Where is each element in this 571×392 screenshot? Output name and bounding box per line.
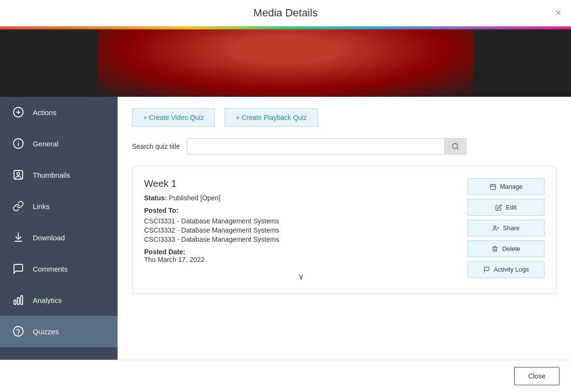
svg-point-7 [17, 172, 20, 175]
calendar-icon [490, 183, 496, 190]
search-input-wrap [187, 138, 466, 155]
manage-label: Manage [500, 183, 523, 190]
sidebar-label-comments: Comments [33, 265, 68, 273]
delete-button[interactable]: Delete [467, 240, 544, 257]
sidebar-item-links[interactable]: Links [0, 191, 118, 222]
quiz-actions: + Create Video Quiz + Create Playback Qu… [132, 108, 557, 127]
activity-logs-button[interactable]: Activity Logs [467, 261, 544, 278]
link-icon [12, 199, 25, 213]
pencil-icon [495, 204, 502, 211]
search-row: Search quiz title [132, 138, 557, 155]
download-icon [12, 231, 25, 244]
user-square-icon [12, 168, 25, 182]
quiz-course-1: CSCI3331 - Database Management Systems [144, 217, 458, 225]
status-value: Published [Open] [169, 194, 220, 202]
quiz-info: Week 1 Status: Published [Open] Posted T… [144, 178, 458, 282]
sidebar-item-actions[interactable]: Actions [0, 97, 118, 128]
info-circle-icon [12, 137, 25, 150]
quiz-status: Status: Published [Open] [144, 194, 458, 202]
search-input[interactable] [187, 138, 445, 155]
main-panel: + Create Video Quiz + Create Playback Qu… [118, 97, 571, 360]
modal-title: Media Details [253, 7, 318, 19]
share-button[interactable]: Share [467, 220, 544, 236]
search-icon [451, 143, 459, 150]
svg-point-5 [18, 141, 19, 142]
modal-footer: Close [0, 360, 571, 392]
chat-icon [12, 262, 25, 275]
svg-point-12 [18, 334, 19, 335]
sidebar-item-general[interactable]: General [0, 128, 118, 159]
sidebar-label-thumbnails: Thumbnails [33, 171, 70, 179]
flag-icon [483, 266, 490, 273]
user-plus-icon [492, 225, 499, 232]
svg-rect-8 [14, 300, 16, 304]
close-button[interactable]: Close [514, 367, 559, 385]
delete-label: Delete [502, 245, 520, 252]
sidebar-item-thumbnails[interactable]: Thumbnails [0, 159, 118, 191]
expand-icon: ∨ [298, 271, 304, 282]
svg-rect-10 [21, 296, 23, 304]
quiz-posted-to: Posted To: [144, 207, 458, 214]
video-thumbnail [98, 29, 474, 97]
posted-to-label: Posted To: [144, 207, 178, 214]
quiz-course-3: CSCI3333 - Database Management Systems [144, 235, 458, 243]
create-video-quiz-button[interactable]: + Create Video Quiz [132, 108, 215, 127]
svg-rect-9 [17, 298, 19, 304]
activity-logs-label: Activity Logs [494, 266, 529, 273]
sidebar-item-analytics[interactable]: Analytics [0, 285, 118, 316]
sidebar-label-quizzes: Quizzes [33, 327, 59, 336]
quiz-buttons: Manage Edit Share [467, 178, 544, 282]
video-figure [98, 29, 474, 97]
sidebar-label-actions: Actions [33, 108, 56, 117]
search-label: Search quiz title [132, 143, 180, 150]
svg-point-19 [493, 225, 496, 228]
plus-circle-icon [12, 105, 25, 119]
edit-button[interactable]: Edit [467, 199, 544, 216]
quiz-date-value: Thu March 17, 2022 [144, 256, 458, 263]
create-playback-quiz-button[interactable]: + Create Playback Quiz [225, 108, 318, 127]
quiz-date: Posted Date: [144, 248, 458, 256]
quiz-course-2: CSCI3332 - Database Management Systems [144, 226, 458, 234]
posted-date-label: Posted Date: [144, 248, 186, 256]
quiz-title: Week 1 [144, 178, 458, 189]
expand-row[interactable]: ∨ [144, 271, 458, 282]
bar-chart-icon [12, 293, 25, 307]
sidebar-item-comments[interactable]: Comments [0, 253, 118, 285]
trash-icon [491, 246, 498, 252]
media-details-modal: Media Details × Actions General [0, 0, 571, 392]
content-area: Actions General Thumbnails Links [0, 97, 571, 360]
svg-rect-15 [490, 184, 495, 190]
search-button[interactable] [445, 138, 466, 155]
sidebar-label-download: Download [33, 234, 65, 242]
sidebar-item-quizzes[interactable]: Quizzes [0, 316, 118, 347]
sidebar-label-analytics: Analytics [33, 296, 62, 304]
svg-point-13 [452, 144, 458, 149]
question-circle-icon [12, 325, 25, 338]
status-label: Status: [144, 194, 167, 202]
sidebar: Actions General Thumbnails Links [0, 97, 118, 360]
svg-line-14 [457, 148, 458, 149]
modal-header: Media Details × [0, 0, 571, 26]
sidebar-label-general: General [33, 140, 58, 148]
video-banner [0, 29, 571, 97]
quiz-card: Week 1 Status: Published [Open] Posted T… [132, 166, 557, 294]
sidebar-item-download[interactable]: Download [0, 222, 118, 253]
close-icon[interactable]: × [555, 7, 561, 19]
edit-label: Edit [506, 204, 517, 211]
share-label: Share [503, 224, 520, 232]
manage-button[interactable]: Manage [467, 178, 544, 195]
sidebar-label-links: Links [33, 202, 50, 210]
